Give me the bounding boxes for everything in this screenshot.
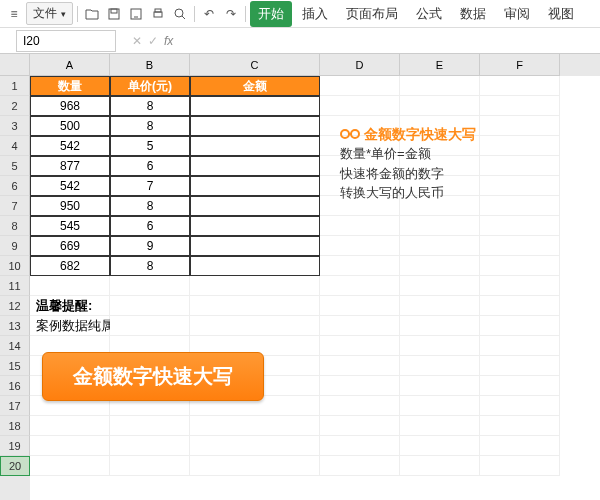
cell[interactable]: 500: [30, 116, 110, 136]
cell[interactable]: 温馨提醒:: [30, 296, 110, 316]
cell[interactable]: 8: [110, 96, 190, 116]
cell[interactable]: [320, 356, 400, 376]
column-header[interactable]: D: [320, 54, 400, 76]
cell[interactable]: 单价(元): [110, 76, 190, 96]
cell[interactable]: 542: [30, 136, 110, 156]
cell[interactable]: [480, 336, 560, 356]
cell[interactable]: [190, 196, 320, 216]
cell[interactable]: [110, 296, 190, 316]
row-header[interactable]: 8: [0, 216, 30, 236]
cell[interactable]: [400, 356, 480, 376]
cell[interactable]: [320, 456, 400, 476]
row-header[interactable]: 1: [0, 76, 30, 96]
cell[interactable]: [30, 276, 110, 296]
cell[interactable]: [190, 256, 320, 276]
cell[interactable]: [480, 156, 560, 176]
row-header[interactable]: 6: [0, 176, 30, 196]
column-header[interactable]: C: [190, 54, 320, 76]
cell[interactable]: [190, 416, 320, 436]
cell[interactable]: [320, 336, 400, 356]
cell[interactable]: [480, 76, 560, 96]
cell[interactable]: [400, 456, 480, 476]
column-header[interactable]: F: [480, 54, 560, 76]
cell[interactable]: [190, 436, 320, 456]
cell[interactable]: [190, 96, 320, 116]
cell[interactable]: [320, 376, 400, 396]
cell[interactable]: [480, 416, 560, 436]
cell[interactable]: [190, 456, 320, 476]
cell[interactable]: [400, 296, 480, 316]
cell[interactable]: [400, 416, 480, 436]
column-header[interactable]: B: [110, 54, 190, 76]
row-header[interactable]: 9: [0, 236, 30, 256]
cell[interactable]: [30, 436, 110, 456]
cell[interactable]: 950: [30, 196, 110, 216]
row-header[interactable]: 2: [0, 96, 30, 116]
cell[interactable]: [480, 376, 560, 396]
cell[interactable]: 数量: [30, 76, 110, 96]
cell[interactable]: [480, 96, 560, 116]
cell[interactable]: [480, 316, 560, 336]
cell[interactable]: [480, 396, 560, 416]
redo-icon[interactable]: ↷: [221, 4, 241, 24]
row-header[interactable]: 14: [0, 336, 30, 356]
cell[interactable]: [30, 456, 110, 476]
tab-数据[interactable]: 数据: [452, 1, 494, 27]
row-header[interactable]: 18: [0, 416, 30, 436]
cell[interactable]: [480, 236, 560, 256]
file-menu[interactable]: 文件▾: [26, 2, 73, 25]
cell[interactable]: [30, 416, 110, 436]
row-header[interactable]: 15: [0, 356, 30, 376]
cell[interactable]: [480, 436, 560, 456]
save-as-icon[interactable]: [126, 4, 146, 24]
row-header[interactable]: 4: [0, 136, 30, 156]
cell[interactable]: [480, 276, 560, 296]
cell[interactable]: 682: [30, 256, 110, 276]
cell[interactable]: 669: [30, 236, 110, 256]
cell[interactable]: 5: [110, 136, 190, 156]
name-box[interactable]: I20: [16, 30, 116, 52]
cell[interactable]: [320, 96, 400, 116]
row-header[interactable]: 12: [0, 296, 30, 316]
tab-公式[interactable]: 公式: [408, 1, 450, 27]
row-header[interactable]: 13: [0, 316, 30, 336]
cell[interactable]: 金额: [190, 76, 320, 96]
tab-插入[interactable]: 插入: [294, 1, 336, 27]
cell[interactable]: [400, 256, 480, 276]
cell[interactable]: [480, 136, 560, 156]
cell[interactable]: [400, 236, 480, 256]
row-header[interactable]: 10: [0, 256, 30, 276]
convert-button[interactable]: 金额数字快速大写: [42, 352, 264, 401]
cell[interactable]: [480, 356, 560, 376]
cell[interactable]: [320, 396, 400, 416]
cell[interactable]: [190, 316, 320, 336]
cell[interactable]: [480, 196, 560, 216]
row-header[interactable]: 16: [0, 376, 30, 396]
row-header[interactable]: 7: [0, 196, 30, 216]
row-header[interactable]: 11: [0, 276, 30, 296]
cell[interactable]: 9: [110, 236, 190, 256]
cell[interactable]: [400, 276, 480, 296]
cell[interactable]: 6: [110, 156, 190, 176]
cell[interactable]: [480, 456, 560, 476]
cell[interactable]: 案例数据纯属虚构，如有雷同纯属巧合: [30, 316, 110, 336]
cell[interactable]: [320, 296, 400, 316]
cell[interactable]: [320, 276, 400, 296]
cell[interactable]: [480, 256, 560, 276]
cell[interactable]: [320, 76, 400, 96]
tab-审阅[interactable]: 审阅: [496, 1, 538, 27]
cell[interactable]: [110, 416, 190, 436]
cell[interactable]: [320, 236, 400, 256]
cell[interactable]: [400, 376, 480, 396]
row-header[interactable]: 20: [0, 456, 30, 476]
print-preview-icon[interactable]: [170, 4, 190, 24]
cell[interactable]: [400, 96, 480, 116]
select-all-corner[interactable]: [0, 54, 30, 76]
cell[interactable]: 8: [110, 116, 190, 136]
cell[interactable]: [400, 396, 480, 416]
tab-开始[interactable]: 开始: [250, 1, 292, 27]
cell[interactable]: [400, 336, 480, 356]
cell[interactable]: [190, 296, 320, 316]
tab-视图[interactable]: 视图: [540, 1, 582, 27]
app-menu-icon[interactable]: ≡: [4, 4, 24, 24]
